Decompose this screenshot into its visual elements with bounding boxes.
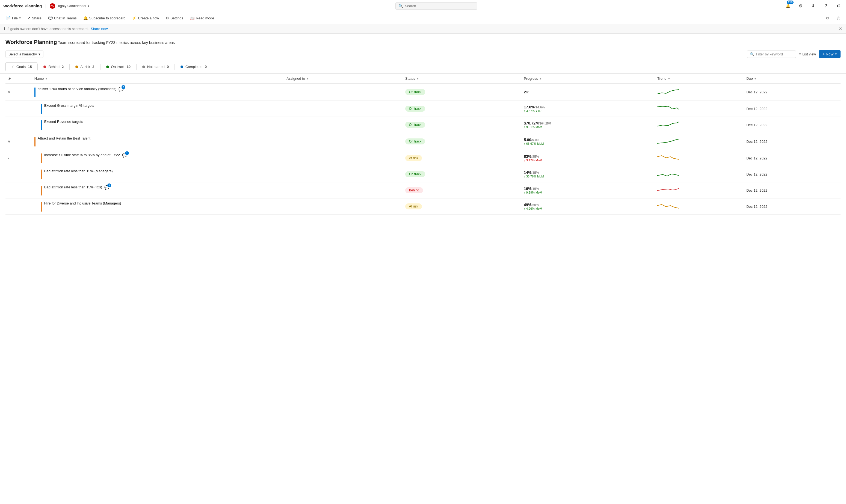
completed-dot	[180, 66, 183, 68]
row5-trend	[655, 150, 744, 166]
goal-name[interactable]: Exceed Gross margin % targets	[44, 104, 94, 108]
download-icon-btn[interactable]: ⬇	[809, 2, 817, 11]
row7-trend	[655, 182, 744, 198]
settings-button[interactable]: ⚙ Settings	[163, 15, 186, 22]
stat-completed[interactable]: Completed 0	[175, 62, 213, 71]
file-button[interactable]: 📄 File ▾	[3, 15, 23, 22]
comment-icon[interactable]: 💬2	[104, 185, 109, 190]
star-icon-btn[interactable]: ☆	[834, 14, 843, 22]
row1-expand[interactable]: ∨	[5, 84, 32, 101]
row5-status: At risk	[403, 150, 522, 166]
comment-icon[interactable]: 💬1	[122, 153, 127, 158]
row6-name-cell: Bad attrition rate less than 15% (Manage…	[32, 166, 284, 182]
goal-name[interactable]: Attract and Retain the Best Talent	[38, 136, 90, 140]
status-badge: At risk	[405, 203, 422, 210]
row1-name-cell: deliver 1700 hours of service annually (…	[32, 84, 284, 101]
row8-name-cell: Hire for Diverse and Inclusive Teams (Ma…	[32, 198, 284, 215]
row2-status: On track	[403, 101, 522, 117]
th-status[interactable]: Status ▾	[403, 74, 522, 84]
expand-icon[interactable]: ›	[8, 156, 9, 160]
row4-progress: 5.00/5.00 ↑ 66.67% MoM	[522, 133, 655, 150]
row5-expand[interactable]: ›	[5, 150, 32, 166]
help-icon-btn[interactable]: ?	[822, 2, 830, 11]
behind-dot	[43, 66, 46, 68]
progress-main: 2/2	[524, 90, 529, 94]
on-track-count: 10	[127, 65, 130, 69]
refresh-icon-btn[interactable]: ↻	[823, 14, 832, 22]
row7-expand	[5, 182, 32, 198]
notifications-button[interactable]: 🔔 119	[784, 2, 792, 11]
trend-chart	[657, 137, 679, 145]
row4-expand[interactable]: ∨	[5, 133, 32, 150]
progress-main: 16%/15%	[524, 186, 539, 191]
share-network-icon-btn[interactable]: ⑆	[834, 2, 843, 11]
th-due[interactable]: Due ▾	[744, 74, 841, 84]
collapse-icon[interactable]: ∨	[8, 139, 11, 144]
progress-change: ↓ 3.17% MoM	[524, 159, 653, 162]
stat-goals[interactable]: ✓ Goals 15	[5, 62, 37, 71]
row3-assigned	[284, 117, 403, 133]
progress-main: $70.72M/$64.25M	[524, 121, 551, 125]
goal-name-wrapper: Attract and Retain the Best Talent	[34, 136, 282, 147]
alert-close-button[interactable]: ✕	[839, 26, 842, 31]
trend-chart	[657, 202, 679, 211]
th-name[interactable]: Name ▾	[32, 74, 284, 84]
stat-not-started[interactable]: Not started 0	[137, 62, 175, 71]
list-view-label: List view	[802, 52, 816, 56]
row7-name-cell: Bad attrition rate less than 15% (ICs) 💬…	[32, 182, 284, 198]
confidential-dropdown[interactable]: ▾	[88, 4, 89, 8]
th-progress[interactable]: Progress ▾	[522, 74, 655, 84]
hierarchy-dropdown-icon: ▾	[38, 52, 40, 56]
progress-target: /5.00	[531, 138, 539, 142]
status-badge: At risk	[405, 155, 422, 161]
goal-name[interactable]: deliver 1700 hours of service annually (…	[38, 87, 116, 91]
share-now-link[interactable]: Share now.	[91, 27, 108, 31]
trend-chart	[657, 87, 679, 96]
collapse-icon[interactable]: ∨	[8, 90, 11, 94]
row2-assigned	[284, 101, 403, 117]
stat-behind[interactable]: Behind 2	[38, 62, 69, 71]
goal-name-wrapper: Bad attrition rate less than 15% (ICs) 💬…	[34, 185, 282, 196]
chat-teams-button[interactable]: 💬 Chat in Teams	[45, 15, 79, 22]
chat-teams-label: Chat in Teams	[54, 16, 77, 20]
expand-all-icon[interactable]: ≫	[8, 76, 12, 80]
row7-status: Behind	[403, 182, 522, 198]
subscribe-button[interactable]: 🔔 Subscribe to scorecard	[80, 15, 128, 22]
read-mode-button[interactable]: 📖 Read mode	[187, 15, 217, 22]
stat-on-track[interactable]: On track 10	[101, 62, 137, 71]
row4-assigned	[284, 133, 403, 150]
progress-main: 5.00/5.00	[524, 138, 539, 142]
goal-name[interactable]: Bad attrition rate less than 15% (Manage…	[44, 169, 113, 173]
goal-name[interactable]: Increase full time staff % to 85% by end…	[44, 153, 120, 157]
row8-expand	[5, 198, 32, 215]
list-view-button[interactable]: ≡ List view	[799, 52, 816, 56]
row2-expand	[5, 101, 32, 117]
progress-change: ↑ 3.87% YTD	[524, 109, 653, 112]
name-sort-icon: ▾	[46, 77, 47, 80]
hierarchy-select[interactable]: Select a hierarchy ▾	[5, 51, 43, 58]
settings-icon-btn[interactable]: ⚙	[796, 2, 805, 11]
row1-due: Dec 12, 2022	[744, 84, 841, 101]
goal-name[interactable]: Bad attrition rate less than 15% (ICs)	[44, 185, 102, 189]
share-button[interactable]: ↗ Share	[24, 15, 44, 22]
search-bar[interactable]: 🔍	[395, 2, 478, 10]
new-button[interactable]: + New ▾	[819, 50, 841, 58]
goal-name[interactable]: Exceed Revenue targets	[44, 120, 83, 124]
th-assigned[interactable]: Assigned to ▾	[284, 74, 403, 84]
row8-status: At risk	[403, 198, 522, 215]
create-flow-button[interactable]: ⚡ Create a flow	[129, 15, 162, 22]
table-row: Hire for Diverse and Inclusive Teams (Ma…	[5, 198, 841, 215]
stat-at-risk[interactable]: At risk 3	[70, 62, 100, 71]
color-bar	[34, 87, 36, 97]
progress-target: /50%	[532, 203, 539, 207]
alert-message: 2 goals owners don't have access to this…	[7, 27, 89, 31]
comment-icon[interactable]: 💬2	[119, 87, 124, 92]
due-sort-icon: ▾	[755, 77, 756, 80]
filter-input[interactable]: 🔍 Filter by keyword	[747, 51, 796, 58]
goal-name[interactable]: Hire for Diverse and Inclusive Teams (Ma…	[44, 201, 121, 205]
trend-chart	[657, 120, 679, 129]
search-input[interactable]	[405, 4, 474, 8]
trend-chart	[657, 104, 679, 113]
th-trend[interactable]: Trend ▾	[655, 74, 744, 84]
status-badge: On track	[405, 139, 425, 144]
